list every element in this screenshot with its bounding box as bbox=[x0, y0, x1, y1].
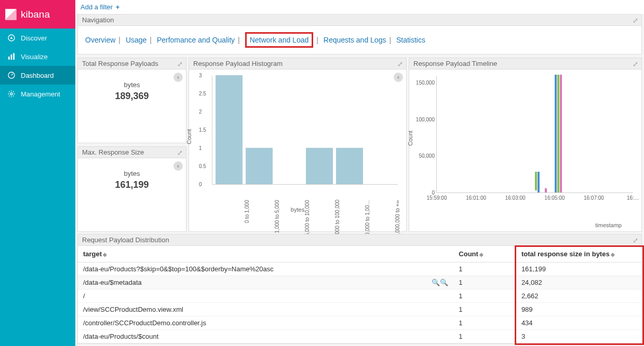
y-axis-label: Count bbox=[407, 131, 413, 146]
x-tick: 16:01:00 bbox=[466, 195, 486, 201]
svg-rect-3 bbox=[13, 53, 15, 60]
y-tick: 2 bbox=[199, 109, 202, 115]
y-tick: 0.5 bbox=[199, 163, 206, 169]
timeline-bar-group[interactable] bbox=[535, 172, 540, 192]
y-tick: 100,000 bbox=[414, 116, 435, 122]
cell-count: 1 bbox=[453, 330, 516, 343]
maximize-icon[interactable]: ⤢ bbox=[397, 60, 403, 68]
cell-target: / bbox=[78, 289, 453, 303]
y-axis-label: Count bbox=[186, 129, 192, 144]
sort-icon: ◆ bbox=[103, 252, 107, 257]
sort-icon: ◆ bbox=[479, 252, 484, 257]
table-row[interactable]: /controller/SCCProductDemo.controller.js… bbox=[78, 316, 641, 330]
histogram-card: Response Payload Histogram⤢ ‹ Count 00.5… bbox=[189, 58, 407, 232]
cell-count: 1 bbox=[453, 303, 516, 316]
brand-name: kibana bbox=[21, 9, 50, 20]
timeline-bar-group[interactable] bbox=[555, 75, 562, 192]
distribution-table-card: Request Payload Distribution⤢ target◆ Co… bbox=[77, 234, 642, 344]
cell-count: 1 bbox=[453, 316, 516, 330]
kibana-logo[interactable]: kibana bbox=[0, 0, 75, 29]
tab-requests-logs[interactable]: Requests and Logs bbox=[324, 36, 386, 44]
maximize-icon[interactable]: ⤢ bbox=[177, 60, 183, 68]
timeline-bar bbox=[538, 172, 540, 192]
timeline-chart[interactable]: Count 050,000100,000150,00015:59:0016:01… bbox=[413, 74, 637, 212]
y-tick: 0 bbox=[199, 182, 202, 187]
add-filter-label: Add a filter bbox=[81, 3, 113, 11]
sidebar-item-discover[interactable]: Discover bbox=[0, 29, 75, 47]
histogram-bar[interactable]: 10,000 to 100,000 bbox=[306, 148, 333, 184]
svg-rect-1 bbox=[8, 57, 10, 60]
histogram-bar[interactable]: 0 to 1,000 bbox=[216, 75, 243, 184]
maximize-icon[interactable]: ⤢ bbox=[633, 237, 638, 244]
cell-target: /view/SCCProductDemo.view.xml bbox=[78, 303, 453, 316]
timeline-bar bbox=[535, 172, 537, 190]
table-row[interactable]: /data-eu/Products/$count13 bbox=[78, 330, 641, 343]
timeline-card: Response Payload Timeline⤢ Count 050,000… bbox=[409, 58, 642, 232]
back-arrow-icon[interactable]: ‹ bbox=[173, 161, 183, 171]
maximize-icon[interactable]: ⤢ bbox=[177, 149, 183, 157]
back-arrow-icon[interactable]: ‹ bbox=[173, 73, 183, 82]
plus-icon: + bbox=[116, 3, 120, 11]
metric-value: 189,369 bbox=[82, 91, 182, 102]
timeline-bar bbox=[557, 75, 559, 192]
total-payloads-card: Total Response Payloads⤢ ‹ bytes 189,369 bbox=[77, 58, 186, 143]
table-row[interactable]: /view/SCCProductDemo.view.xml1989 bbox=[78, 303, 641, 316]
tab-network-load[interactable]: Network and Load bbox=[250, 36, 309, 44]
sidebar: kibana Discover Visualize Dashboard Mana… bbox=[0, 0, 75, 346]
tab-overview[interactable]: Overview bbox=[85, 36, 115, 44]
navigation-panel-title: Navigation ⤢ bbox=[78, 15, 641, 26]
histogram-bar[interactable]: 1,000 to 5,000 bbox=[246, 148, 273, 184]
table-row[interactable]: /data-eu/Products?$skip=0&$top=100&$orde… bbox=[78, 262, 641, 276]
y-tick: 0 bbox=[414, 190, 435, 196]
tab-statistics[interactable]: Statistics bbox=[396, 36, 425, 44]
max-size-card: Max. Response Size⤢ ‹ bytes 161,199 bbox=[77, 146, 186, 232]
histogram-bar[interactable]: 100,000 to 1,00… bbox=[336, 148, 363, 184]
dashboard-row: Total Response Payloads⤢ ‹ bytes 189,369… bbox=[77, 58, 642, 232]
maximize-icon[interactable]: ⤢ bbox=[633, 60, 638, 68]
col-header-target[interactable]: target◆ bbox=[78, 246, 453, 262]
x-axis-label: bytes bbox=[291, 206, 304, 213]
maximize-icon[interactable]: ⤢ bbox=[633, 17, 638, 24]
sidebar-label-visualize: Visualize bbox=[21, 53, 48, 61]
x-tick: 16:07:00 bbox=[584, 195, 604, 201]
y-tick: 2.5 bbox=[199, 91, 206, 96]
y-tick: 3 bbox=[199, 73, 202, 78]
col-header-count[interactable]: Count◆ bbox=[453, 246, 516, 262]
max-size-title: Max. Response Size bbox=[82, 148, 144, 156]
histogram-chart[interactable]: Count 00.511.522.530 to 1,0001,000 to 5,… bbox=[193, 74, 402, 209]
gear-icon bbox=[7, 90, 16, 98]
sidebar-item-visualize[interactable]: Visualize bbox=[0, 47, 75, 66]
histogram-title: Response Payload Histogram bbox=[193, 60, 283, 67]
svg-point-5 bbox=[10, 93, 12, 95]
cell-bytes: 434 bbox=[516, 316, 641, 330]
y-tick: 150,000 bbox=[414, 80, 435, 86]
timeline-bar-group[interactable] bbox=[545, 188, 547, 192]
cell-count: 1 bbox=[453, 289, 516, 303]
sidebar-item-management[interactable]: Management bbox=[0, 85, 75, 103]
sort-icon: ◆ bbox=[611, 252, 615, 257]
tab-performance[interactable]: Perfomance and Quality bbox=[157, 36, 235, 44]
sidebar-item-dashboard[interactable]: Dashboard bbox=[0, 66, 75, 85]
metric-label: bytes bbox=[82, 170, 182, 177]
add-filter-link[interactable]: Add a filter + bbox=[75, 0, 644, 14]
barchart-icon bbox=[7, 52, 16, 61]
tab-links: Overview| Usage| Perfomance and Quality|… bbox=[78, 26, 641, 54]
kibana-mark-icon bbox=[4, 8, 18, 21]
y-tick: 1.5 bbox=[199, 127, 206, 133]
table-row[interactable]: /12,662 bbox=[78, 289, 641, 303]
compass-icon bbox=[7, 34, 16, 42]
table-row[interactable]: /data-eu/$metadata🔍 🔍124,082 bbox=[78, 276, 641, 289]
col-header-bytes[interactable]: total response size in bytes◆ bbox=[516, 246, 641, 262]
distribution-table: target◆ Count◆ total response size in by… bbox=[78, 246, 641, 343]
timeline-bar bbox=[545, 188, 547, 192]
x-tick: 16:… bbox=[627, 195, 639, 201]
cell-bytes: 24,082 bbox=[516, 276, 641, 289]
table-title: Request Payload Distribution bbox=[82, 236, 169, 244]
timeline-bar bbox=[560, 75, 562, 192]
tab-usage[interactable]: Usage bbox=[126, 36, 146, 44]
zoom-icons[interactable]: 🔍 🔍 bbox=[432, 279, 449, 286]
y-tick: 50,000 bbox=[414, 153, 435, 159]
cell-count: 1 bbox=[453, 262, 516, 276]
timeline-bar bbox=[555, 75, 557, 192]
cell-count: 1 bbox=[453, 276, 516, 289]
